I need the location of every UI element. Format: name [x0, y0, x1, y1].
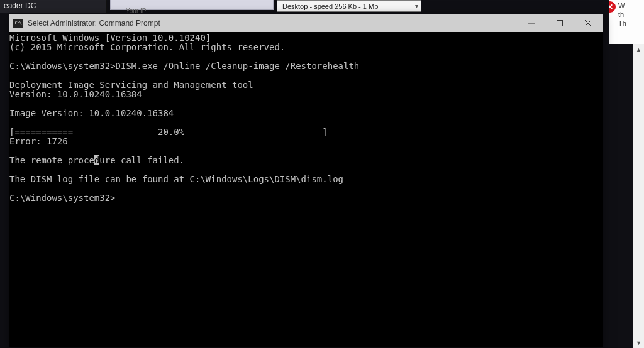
log-path-line: The DISM log file can be found at C:\Win… — [9, 174, 343, 184]
prompt: C:\Windows\system32> — [9, 61, 116, 71]
minimize-icon — [528, 20, 535, 26]
error-message: The remote proce — [9, 155, 94, 165]
command-entered: DISM.exe /Online /Cleanup-image /Restore… — [116, 61, 360, 71]
close-icon — [585, 20, 591, 26]
taskbar-fragment: eader DC — [0, 0, 107, 13]
maximize-icon — [557, 20, 563, 26]
cmd-icon: C:\ — [13, 19, 23, 28]
error-code: Error: 1726 — [9, 136, 68, 146]
minimize-button[interactable] — [517, 14, 545, 32]
notification-fragment: ✕ W th Th — [609, 0, 644, 44]
close-button[interactable] — [574, 14, 602, 32]
error-icon: ✕ — [609, 1, 616, 13]
titlebar[interactable]: C:\ Select Administrator: Command Prompt — [9, 14, 603, 32]
svg-rect-1 — [557, 20, 562, 26]
speed-dropdown-value: Desktop - speed 256 Kb - 1 Mb — [282, 3, 378, 10]
maximize-button[interactable] — [545, 14, 574, 32]
desktop: eader DC Your IP Desktop - speed 256 Kb … — [0, 0, 644, 348]
prompt: C:\Windows\system32> — [9, 193, 116, 203]
speed-dropdown[interactable]: Desktop - speed 256 Kb - 1 Mb ▾ — [277, 0, 421, 12]
window-title: Select Administrator: Command Prompt — [28, 19, 517, 28]
chevron-down-icon: ▾ — [415, 3, 418, 9]
scrollbar-up-button[interactable]: ▲ — [633, 44, 644, 55]
notification-text-2: th — [618, 10, 643, 19]
notification-text-3: Th — [618, 19, 643, 28]
page-scrollbar[interactable]: ▲ ▼ — [633, 44, 644, 348]
progress-bar: [=========== 20.0% ] — [9, 127, 328, 137]
scrollbar-down-button[interactable]: ▼ — [633, 337, 644, 348]
terminal-body[interactable]: Microsoft Windows [Version 10.0.10240] (… — [9, 32, 603, 347]
terminal-output: Microsoft Windows [Version 10.0.10240] (… — [9, 33, 603, 203]
notification-text-1: W — [618, 1, 643, 10]
command-prompt-window: C:\ Select Administrator: Command Prompt… — [9, 14, 603, 347]
